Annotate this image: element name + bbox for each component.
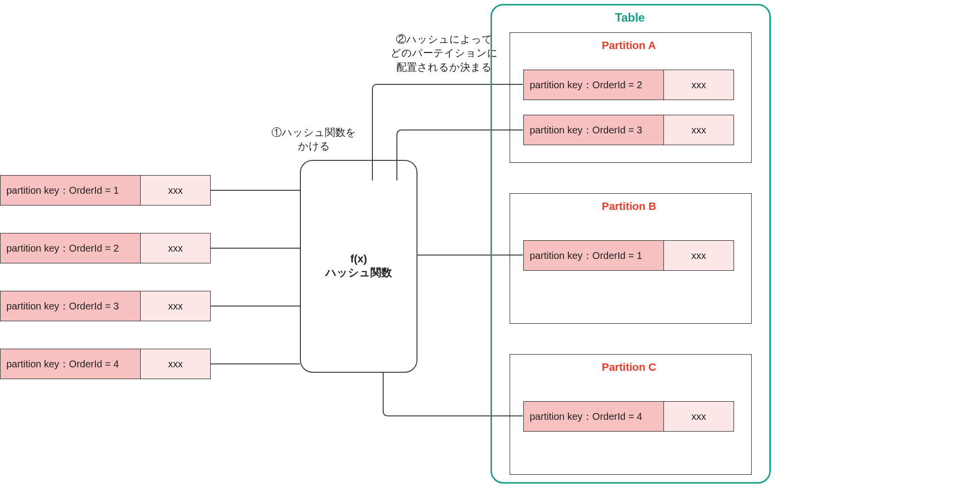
record-key: partition key：OrderId = 4 xyxy=(524,402,664,431)
text: 配置されるか決まる xyxy=(396,61,492,73)
partition-a-title: Partition A xyxy=(602,39,656,52)
record-key: partition key：OrderId = 3 xyxy=(0,291,141,321)
partition-a-record-2: partition key：OrderId = 3 xxx xyxy=(523,115,734,145)
annotation-hash-step2: ②ハッシュによって どのパーテイションに 配置されるか決まる xyxy=(391,32,498,74)
text: どのパーテイションに xyxy=(391,47,498,58)
input-record-2: partition key：OrderId = 2 xxx xyxy=(0,233,211,263)
record-key: partition key：OrderId = 1 xyxy=(524,241,664,270)
record-key: partition key：OrderId = 4 xyxy=(0,349,141,379)
partition-c-record-1: partition key：OrderId = 4 xxx xyxy=(523,401,734,432)
record-key: partition key：OrderId = 2 xyxy=(524,70,664,100)
input-record-4: partition key：OrderId = 4 xxx xyxy=(0,349,211,379)
partition-b-record-1: partition key：OrderId = 1 xxx xyxy=(523,240,734,271)
input-record-3: partition key：OrderId = 3 xxx xyxy=(0,291,211,321)
record-val: xxx xyxy=(141,233,210,263)
record-key: partition key：OrderId = 2 xyxy=(0,233,141,263)
input-record-1: partition key：OrderId = 1 xxx xyxy=(0,175,211,205)
partition-a-record-1: partition key：OrderId = 2 xxx xyxy=(523,70,734,100)
text: ①ハッシュ関数を xyxy=(271,127,356,138)
record-key: partition key：OrderId = 3 xyxy=(524,115,664,145)
hash-fx-label: f(x) xyxy=(350,253,367,265)
hash-function-box: f(x) ハッシュ関数 xyxy=(300,160,417,373)
record-val: xxx xyxy=(664,115,734,145)
partition-b-title: Partition B xyxy=(602,200,656,213)
annotation-hash-step1: ①ハッシュ関数を かける xyxy=(271,126,356,154)
record-val: xxx xyxy=(141,291,210,321)
text: ②ハッシュによって xyxy=(396,33,492,45)
table-title: Table xyxy=(615,11,645,25)
hash-function-label: ハッシュ関数 xyxy=(325,265,392,280)
diagram-stage: ①ハッシュ関数を かける ②ハッシュによって どのパーテイションに 配置されるか… xyxy=(0,0,980,488)
record-val: xxx xyxy=(664,402,734,431)
record-val: xxx xyxy=(664,70,734,100)
partition-c-title: Partition C xyxy=(602,361,656,374)
record-val: xxx xyxy=(664,241,734,270)
record-val: xxx xyxy=(141,349,210,379)
record-key: partition key：OrderId = 1 xyxy=(0,176,141,205)
record-val: xxx xyxy=(141,176,210,205)
text: かける xyxy=(298,140,330,152)
